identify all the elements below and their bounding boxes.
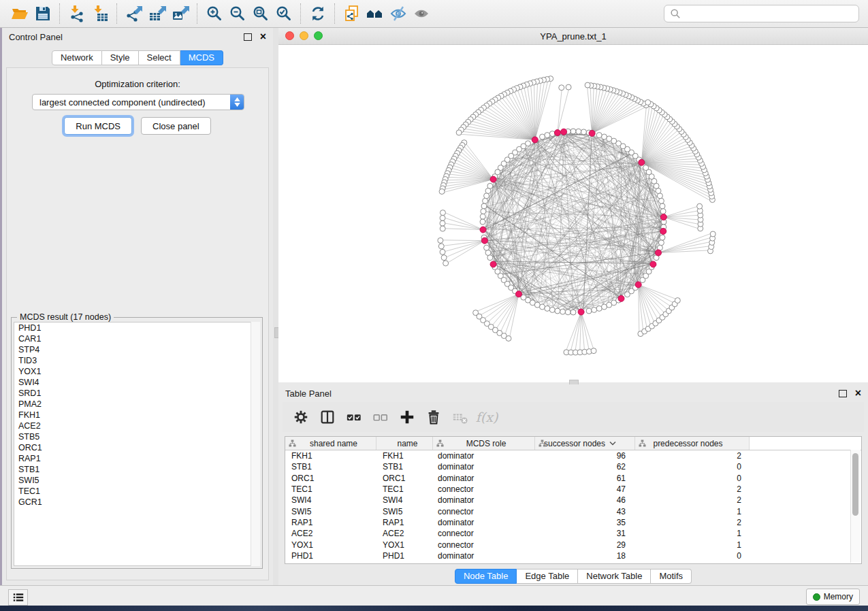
network-node[interactable]	[456, 130, 462, 135]
network-node[interactable]	[440, 226, 445, 231]
mcds-dominator-node[interactable]	[578, 309, 584, 315]
table-cell[interactable]: connector	[433, 540, 535, 550]
table-cell[interactable]: SWI5	[285, 507, 376, 516]
network-node[interactable]	[658, 198, 664, 203]
network-node[interactable]	[675, 298, 680, 303]
table-row[interactable]: RAP1RAP1dominator352	[285, 517, 861, 528]
mcds-dominator-node[interactable]	[589, 130, 595, 136]
show-all-button[interactable]	[410, 2, 433, 25]
network-node[interactable]	[540, 304, 545, 310]
table-cell[interactable]: SWI5	[376, 507, 433, 516]
table-cell[interactable]: TEC1	[285, 484, 376, 494]
table-cell[interactable]: FKH1	[376, 451, 433, 461]
optimization-criterion-select[interactable]: largest connected component (undirected)	[32, 94, 244, 110]
network-node[interactable]	[540, 134, 545, 139]
table-cell[interactable]: 1	[635, 507, 750, 516]
network-node[interactable]	[440, 249, 445, 254]
mcds-result-item[interactable]: GCR1	[14, 497, 259, 508]
network-node[interactable]	[710, 231, 716, 237]
network-node[interactable]	[480, 219, 485, 225]
network-node[interactable]	[576, 129, 581, 134]
clone-network-button[interactable]	[340, 2, 364, 25]
table-row[interactable]: SWI5SWI5connector431	[285, 506, 861, 516]
export-network-button[interactable]	[123, 2, 146, 25]
vertical-splitter[interactable]	[273, 28, 278, 585]
network-node[interactable]	[439, 188, 445, 194]
network-node[interactable]	[658, 240, 664, 246]
network-node[interactable]	[592, 307, 597, 312]
table-scrollbar[interactable]	[850, 450, 861, 563]
zoom-fit-button[interactable]	[249, 2, 272, 25]
close-panel-button[interactable]: Close panel	[141, 117, 211, 135]
network-node[interactable]	[440, 210, 445, 216]
network-node[interactable]	[559, 85, 564, 90]
table-cell[interactable]: connector	[433, 507, 535, 516]
table-cell[interactable]: dominator	[433, 462, 535, 472]
import-table-button[interactable]	[89, 2, 112, 25]
import-network-button[interactable]	[65, 2, 89, 25]
column-header-predecessor-nodes[interactable]: predecessor nodes	[635, 437, 750, 450]
mcds-result-list[interactable]: PHD1CAR1STP4TID3YOX1SWI4SRD1PMA2FKH1ACE2…	[14, 322, 260, 566]
mcds-dominator-node[interactable]	[554, 130, 560, 136]
table-cell[interactable]: FKH1	[285, 451, 376, 461]
mcds-dominator-node[interactable]	[481, 237, 487, 244]
network-node[interactable]	[585, 82, 590, 88]
table-cell[interactable]: 2	[635, 518, 750, 527]
network-node[interactable]	[601, 134, 607, 139]
add-column-button[interactable]	[398, 408, 416, 426]
network-node[interactable]	[481, 203, 487, 209]
table-cell[interactable]: PHD1	[285, 551, 376, 561]
mcds-result-item[interactable]: PMA2	[14, 399, 259, 410]
mcds-dominator-node[interactable]	[618, 295, 624, 301]
open-session-button[interactable]	[8, 2, 31, 25]
table-cell[interactable]: ACE2	[285, 529, 376, 538]
table-cell[interactable]: SWI4	[376, 495, 433, 505]
network-node[interactable]	[441, 255, 447, 261]
zoom-selected-button[interactable]	[272, 2, 295, 25]
network-node[interactable]	[660, 235, 665, 240]
table-cell[interactable]: 31	[535, 529, 635, 538]
table-cell[interactable]: 62	[535, 462, 635, 472]
float-panel-icon[interactable]	[244, 33, 252, 41]
table-cell[interactable]: 43	[535, 507, 635, 516]
close-panel-icon[interactable]: ×	[260, 33, 266, 40]
table-cell[interactable]: 96	[535, 451, 635, 461]
mcds-result-item[interactable]: TEC1	[14, 486, 259, 497]
table-row[interactable]: ORC1ORC1dominator610	[285, 473, 861, 484]
mcds-dominator-node[interactable]	[532, 137, 538, 143]
table-cell[interactable]: 1	[635, 529, 750, 538]
mcds-dominator-node[interactable]	[639, 159, 645, 165]
hide-selected-button[interactable]	[387, 2, 410, 25]
table-cell[interactable]: dominator	[433, 474, 535, 483]
table-cell[interactable]: 2	[635, 484, 750, 494]
delete-column-button[interactable]	[425, 408, 443, 426]
mcds-result-item[interactable]: CAR1	[14, 333, 259, 344]
zoom-out-button[interactable]	[226, 2, 249, 25]
table-cell[interactable]: STB1	[285, 462, 376, 472]
mcds-result-item[interactable]: SRD1	[14, 388, 259, 399]
table-row[interactable]: ACE2ACE2connector311	[285, 528, 861, 539]
network-node[interactable]	[484, 245, 489, 250]
network-node[interactable]	[506, 335, 511, 341]
mcds-result-item[interactable]: STB1	[14, 464, 259, 475]
column-header-name[interactable]: name	[376, 437, 433, 450]
mcds-dominator-node[interactable]	[515, 291, 521, 297]
table-cell[interactable]: 61	[535, 474, 635, 483]
minimize-window-icon[interactable]	[300, 31, 308, 40]
refresh-button[interactable]	[306, 2, 329, 25]
table-row[interactable]: YOX1YOX1connector291	[285, 539, 861, 550]
scrollbar-thumb[interactable]	[852, 453, 858, 516]
network-node[interactable]	[591, 348, 596, 354]
network-node[interactable]	[549, 307, 555, 312]
network-node[interactable]	[545, 306, 550, 311]
mcds-result-item[interactable]: FKH1	[14, 410, 259, 420]
network-node[interactable]	[581, 129, 586, 135]
save-session-button[interactable]	[31, 2, 54, 25]
mcds-result-item[interactable]: YOX1	[14, 366, 259, 377]
run-mcds-button[interactable]: Run MCDS	[64, 117, 132, 135]
network-node[interactable]	[586, 308, 592, 314]
column-header-mcds-role[interactable]: MCDS role	[433, 437, 535, 450]
mcds-dominator-node[interactable]	[490, 261, 496, 267]
network-node[interactable]	[438, 244, 444, 249]
network-node[interactable]	[566, 84, 571, 90]
